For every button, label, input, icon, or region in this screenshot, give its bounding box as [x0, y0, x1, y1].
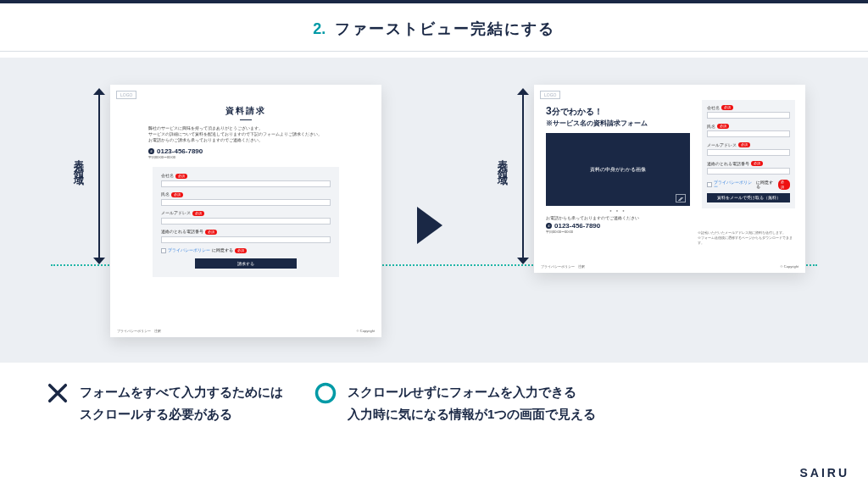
mockB-footer: プライバシーポリシー 注釈 © Copyright	[541, 264, 798, 269]
mockA-hours: 平日00:00〜00:00	[110, 155, 381, 164]
mockA-phone-row: ✆ 0123-456-7890	[110, 144, 381, 155]
label-tel: 連絡のとれる電話番号必須	[707, 161, 790, 166]
viewport-arrow-right	[517, 88, 529, 264]
mockB-submit-button[interactable]: 資料をメールで受け取る（無料）	[707, 193, 790, 202]
mockA-para2: サービスの詳細について資料を配送しておりますので下記のフォームよりご請求ください…	[110, 131, 381, 137]
label-name: 氏名必須	[161, 192, 331, 197]
brand-logo: SAIRU	[799, 466, 849, 480]
checkbox-icon[interactable]	[707, 182, 712, 187]
mockB-phone-row: ✆ 0123-456-7890	[546, 220, 690, 230]
label-email: メールアドレス必須	[161, 211, 331, 216]
checkbox-icon[interactable]	[161, 248, 166, 253]
cross-icon	[46, 381, 70, 408]
hero-image-placeholder: 資料の中身がわかる画像	[546, 133, 690, 206]
input-email[interactable]	[707, 149, 790, 156]
slide-title-row: 2. ファーストビュー完結にする	[0, 3, 868, 52]
comparison-captions: フォームをすべて入力するためにはスクロールする必要がある スクロールせずにフォー…	[0, 381, 868, 424]
mockA-heading: 資料請求	[110, 105, 381, 117]
svg-point-0	[317, 385, 335, 402]
mockB-form: 会社名必須 氏名必須 メールアドレス必須 連絡のとれる電話番号必須 プライバシー…	[702, 100, 795, 208]
phone-icon: ✆	[148, 148, 154, 154]
image-icon	[676, 194, 686, 202]
mockB-phone: 0123-456-7890	[554, 222, 600, 230]
input-name[interactable]	[161, 199, 331, 206]
privacy-suffix: に同意する	[212, 248, 233, 252]
logo-badge: LOGO	[116, 91, 136, 99]
privacy-row[interactable]: プライバシーポリシー に同意する 必須	[161, 248, 331, 253]
bad-caption: フォームをすべて入力するためにはスクロールする必要がある	[46, 381, 283, 424]
privacy-suffix: に同意する	[756, 180, 776, 189]
input-tel[interactable]	[161, 236, 331, 243]
heading-underline	[240, 119, 252, 120]
label-company: 会社名必須	[707, 105, 790, 110]
viewport-label-right: 表示領域	[495, 151, 509, 171]
transition-arrow-icon	[417, 207, 442, 244]
input-company[interactable]	[161, 180, 331, 187]
label-email: メールアドレス必須	[707, 142, 790, 147]
mockB-headline2: ※サービス名の資料請求フォーム	[546, 119, 690, 128]
privacy-row[interactable]: プライバシーポリシー に同意する 必須	[707, 180, 790, 190]
circle-icon	[314, 381, 337, 408]
viewport-arrow-left	[93, 88, 105, 264]
title-number: 2.	[313, 20, 326, 37]
mockA-para1: 弊社のサービスに興味を持って頂きありがとうございます。	[110, 125, 381, 131]
mockA-phone: 0123-456-7890	[157, 147, 203, 155]
input-company[interactable]	[707, 112, 790, 119]
label-company: 会社名必須	[161, 174, 331, 179]
logo-badge: LOGO	[540, 91, 560, 99]
title-text: ファーストビュー完結にする	[335, 20, 555, 37]
input-tel[interactable]	[707, 168, 790, 175]
mockB-headline1: 3分でわかる！	[546, 105, 690, 118]
mockA-submit-button[interactable]: 請求する	[195, 258, 297, 269]
input-email[interactable]	[161, 218, 331, 225]
phone-icon: ✆	[546, 223, 552, 229]
mockA-footer: プライバシーポリシー 注釈 © Copyright	[117, 329, 375, 333]
good-caption: スクロールせずにフォームを入力できる入力時に気になる情報が1つの画面で見える	[314, 381, 596, 424]
label-tel: 連絡のとれる電話番号必須	[161, 230, 331, 235]
privacy-link[interactable]: プライバシーポリシー	[714, 180, 754, 189]
mockA-form: 会社名必須 氏名必須 メールアドレス必須 連絡のとれる電話番号必須 プライバシー…	[153, 167, 339, 277]
mockup-after: LOGO 3分でわかる！ ※サービス名の資料請求フォーム 資料の中身がわかる画像…	[534, 85, 805, 273]
input-name[interactable]	[707, 130, 790, 137]
label-name: 氏名必須	[707, 124, 790, 129]
comparison-stage: 表示領域 表示領域 LOGO 資料請求 弊社のサービスに興味を持って頂きありがと…	[0, 58, 868, 363]
mockB-hours: 平日00:00〜00:00	[546, 230, 690, 234]
mockup-before: LOGO 資料請求 弊社のサービスに興味を持って頂きありがとうございます。 サー…	[110, 85, 381, 337]
privacy-link[interactable]: プライバシーポリシー	[168, 248, 210, 252]
mockB-notes: ※記載いただいたメールアドレス宛に資料を送付します。 ※フォーム送信後に遷移する…	[698, 230, 795, 246]
carousel-dots: ● ● ●	[546, 208, 690, 213]
viewport-label-left: 表示領域	[71, 151, 86, 171]
mockA-para3: お電話からのご請求も承っておりますのでご連絡ください。	[110, 137, 381, 143]
mockB-left-col: 3分でわかる！ ※サービス名の資料請求フォーム 資料の中身がわかる画像 ● ● …	[546, 105, 690, 234]
